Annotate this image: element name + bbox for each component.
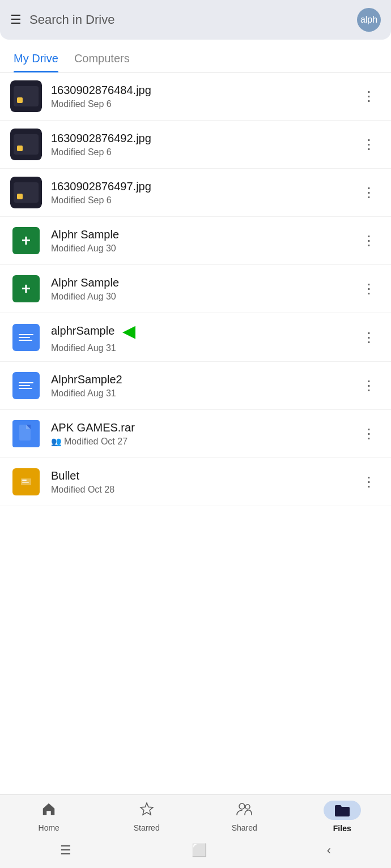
file-meta: Modified Sep 6 <box>51 147 348 157</box>
file-info: Alphr Sample Modified Aug 30 <box>51 228 348 254</box>
more-options-button[interactable]: ⋮ <box>358 469 381 494</box>
back-button[interactable]: ‹ <box>327 843 331 858</box>
sheets-icon: + <box>12 275 40 302</box>
file-info: APK GAMES.rar 👥 Modified Oct 27 <box>51 421 348 447</box>
svg-rect-6 <box>22 480 27 481</box>
nav-home-label: Home <box>39 823 60 832</box>
svg-point-8 <box>239 803 245 809</box>
file-name: Bullet <box>51 469 348 482</box>
file-info: Bullet Modified Oct 28 <box>51 469 348 495</box>
home-icon <box>41 801 57 821</box>
rar-icon <box>12 420 40 447</box>
more-options-button[interactable]: ⋮ <box>358 373 381 398</box>
file-info: 1630902876497.jpg Modified Sep 6 <box>51 180 348 206</box>
file-thumbnail: + <box>10 225 42 256</box>
list-item[interactable]: + Alphr Sample Modified Aug 30 ⋮ <box>0 265 391 313</box>
top-bar: ☰ Search in Drive alph <box>0 0 391 40</box>
avatar[interactable]: alph <box>357 8 381 32</box>
file-thumbnail <box>10 80 42 112</box>
tab-bar: My Drive Computers <box>0 44 391 72</box>
file-info: Alphr Sample Modified Aug 30 <box>51 276 348 302</box>
hamburger-icon[interactable]: ☰ <box>10 12 22 27</box>
folder-icon <box>324 801 361 822</box>
nav-shared[interactable]: Shared <box>222 801 267 832</box>
nav-files-label: Files <box>333 824 351 833</box>
file-name: AlphrSample2 <box>51 373 348 386</box>
annotation-arrow: ◀ <box>122 321 135 341</box>
tab-computers[interactable]: Computers <box>74 44 146 72</box>
tab-my-drive[interactable]: My Drive <box>14 44 74 72</box>
slides-icon <box>12 468 40 495</box>
svg-point-9 <box>245 805 250 809</box>
system-nav-bar: ☰ ⬜ ‹ <box>0 836 391 868</box>
file-thumbnail <box>10 322 42 353</box>
file-name: Alphr Sample <box>51 276 348 289</box>
more-options-button[interactable]: ⋮ <box>358 180 381 205</box>
more-options-button[interactable]: ⋮ <box>358 228 381 253</box>
file-name: APK GAMES.rar <box>51 421 348 434</box>
list-item[interactable]: alphrSample ◀ Modified Aug 31 ⋮ <box>0 313 391 362</box>
more-options-button[interactable]: ⋮ <box>358 132 381 157</box>
docs-icon <box>12 372 40 399</box>
list-item[interactable]: 1630902876497.jpg Modified Sep 6 ⋮ <box>0 169 391 217</box>
more-options-button[interactable]: ⋮ <box>358 276 381 301</box>
file-list: 1630902876484.jpg Modified Sep 6 ⋮ 16309… <box>0 72 391 794</box>
file-name: 1630902876484.jpg <box>51 84 348 97</box>
file-thumbnail <box>10 466 42 498</box>
docs-icon <box>12 324 40 351</box>
file-meta: Modified Sep 6 <box>51 99 348 109</box>
people-icon <box>236 801 253 821</box>
file-meta: Modified Aug 30 <box>51 243 348 254</box>
more-options-button[interactable]: ⋮ <box>358 84 381 109</box>
search-input[interactable]: Search in Drive <box>29 12 349 27</box>
file-info: AlphrSample2 Modified Aug 31 <box>51 373 348 399</box>
list-item[interactable]: AlphrSample2 Modified Aug 31 ⋮ <box>0 362 391 410</box>
file-info: 1630902876492.jpg Modified Sep 6 <box>51 132 348 157</box>
file-name: Alphr Sample <box>51 228 348 241</box>
file-meta: 👥 Modified Oct 27 <box>51 437 348 447</box>
recent-apps-button[interactable]: ☰ <box>60 843 71 858</box>
list-item[interactable]: APK GAMES.rar 👥 Modified Oct 27 ⋮ <box>0 410 391 458</box>
nav-home[interactable]: Home <box>26 801 71 832</box>
nav-files[interactable]: Files <box>320 801 365 833</box>
star-icon <box>139 801 155 821</box>
file-thumbnail <box>10 370 42 401</box>
bottom-navigation: Home Starred Shared F <box>0 794 391 836</box>
file-info: 1630902876484.jpg Modified Sep 6 <box>51 84 348 109</box>
file-meta: Modified Oct 28 <box>51 485 348 495</box>
file-name: 1630902876497.jpg <box>51 180 348 193</box>
file-info: alphrSample ◀ Modified Aug 31 <box>51 321 348 353</box>
file-thumbnail <box>10 418 42 450</box>
list-item[interactable]: Bullet Modified Oct 28 ⋮ <box>0 458 391 506</box>
file-meta: Modified Aug 30 <box>51 292 348 302</box>
shared-indicator-icon: 👥 <box>51 437 62 447</box>
nav-starred[interactable]: Starred <box>124 801 169 832</box>
list-item[interactable]: 1630902876484.jpg Modified Sep 6 ⋮ <box>0 72 391 121</box>
file-meta: Modified Aug 31 <box>51 388 348 399</box>
list-item[interactable]: 1630902876492.jpg Modified Sep 6 ⋮ <box>0 121 391 169</box>
file-thumbnail: + <box>10 273 42 305</box>
nav-starred-label: Starred <box>134 823 160 832</box>
more-options-button[interactable]: ⋮ <box>358 421 381 446</box>
list-item[interactable]: + Alphr Sample Modified Aug 30 ⋮ <box>0 217 391 265</box>
file-name: alphrSample ◀ <box>51 321 348 341</box>
file-thumbnail <box>10 177 42 208</box>
sheets-icon: + <box>12 227 40 254</box>
file-name: 1630902876492.jpg <box>51 132 348 145</box>
file-meta: Modified Aug 31 <box>51 343 348 353</box>
more-options-button[interactable]: ⋮ <box>358 325 381 350</box>
file-thumbnail <box>10 129 42 160</box>
file-meta: Modified Sep 6 <box>51 195 348 206</box>
nav-shared-label: Shared <box>232 823 257 832</box>
home-button[interactable]: ⬜ <box>192 843 207 858</box>
svg-rect-7 <box>22 482 29 483</box>
